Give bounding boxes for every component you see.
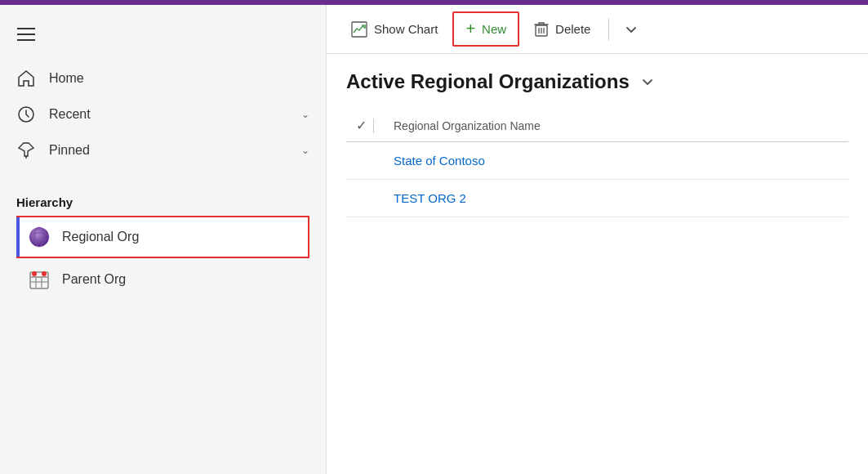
check-tick-icon: ✓ <box>356 118 367 133</box>
table-check-column: ✓ <box>346 110 384 142</box>
new-label: New <box>482 22 506 36</box>
plus-icon: + <box>465 20 475 38</box>
hierarchy-title: Hierarchy <box>16 195 309 209</box>
table-row[interactable]: TEST ORG 2 <box>346 180 848 217</box>
show-chart-label: Show Chart <box>374 22 438 36</box>
page-title: Active Regional Organizations <box>346 70 630 93</box>
pinned-chevron-icon: ⌄ <box>301 145 309 156</box>
recent-icon <box>16 105 36 124</box>
row-name-cell[interactable]: State of Contoso <box>384 142 848 180</box>
new-button[interactable]: + New <box>452 11 519 47</box>
trash-icon <box>534 21 549 38</box>
page-title-chevron-icon[interactable] <box>639 74 656 90</box>
hamburger-icon <box>17 28 35 41</box>
content-area: Show Chart + New <box>327 5 868 474</box>
hamburger-button[interactable] <box>7 15 46 54</box>
data-table: ✓ Regional Organization Name State of Co… <box>346 110 848 217</box>
show-chart-button[interactable]: Show Chart <box>340 15 449 44</box>
regional-org-icon <box>28 226 51 248</box>
toolbar-divider <box>608 18 609 41</box>
delete-label: Delete <box>555 22 590 36</box>
parent-org-icon <box>28 268 51 291</box>
page-header: Active Regional Organizations <box>346 70 848 93</box>
row-check-cell <box>346 180 384 217</box>
hierarchy-parent-org-label: Parent Org <box>62 272 126 287</box>
sidebar-item-home[interactable]: Home <box>0 60 326 96</box>
table-row[interactable]: State of Contoso <box>346 142 848 180</box>
table-body: State of ContosoTEST ORG 2 <box>346 142 848 217</box>
hierarchy-item-regional-org[interactable]: Regional Org <box>16 216 309 258</box>
sidebar-item-pinned[interactable]: Pinned ⌄ <box>0 132 326 168</box>
table-header-row: ✓ Regional Organization Name <box>346 110 848 142</box>
svg-point-2 <box>29 227 49 247</box>
pinned-icon <box>16 141 36 160</box>
more-options-button[interactable] <box>616 16 647 43</box>
hierarchy-section: Hierarchy <box>0 182 326 307</box>
svg-point-10 <box>32 271 37 276</box>
sidebar-recent-label: Recent <box>49 107 288 122</box>
row-name-cell[interactable]: TEST ORG 2 <box>384 180 848 217</box>
sidebar-divider <box>0 175 326 176</box>
toolbar: Show Chart + New <box>327 5 868 54</box>
table-name-column-header: Regional Organization Name <box>384 110 848 142</box>
recent-chevron-icon: ⌄ <box>301 109 309 120</box>
active-accent <box>16 217 20 257</box>
sidebar-pinned-label: Pinned <box>49 143 288 158</box>
delete-button[interactable]: Delete <box>523 15 602 44</box>
sidebar: Home Recent ⌄ Pinned ⌄ <box>0 5 327 474</box>
home-icon <box>16 69 36 88</box>
svg-point-11 <box>42 271 47 276</box>
row-check-cell <box>346 142 384 180</box>
header-column-divider <box>373 118 374 133</box>
hierarchy-regional-org-label: Regional Org <box>62 230 139 244</box>
content-body: Active Regional Organizations ✓ <box>327 54 868 474</box>
sidebar-item-recent[interactable]: Recent ⌄ <box>0 96 326 132</box>
chart-icon <box>351 21 367 38</box>
hierarchy-item-parent-org[interactable]: Parent Org <box>16 258 309 301</box>
sidebar-home-label: Home <box>49 71 309 86</box>
